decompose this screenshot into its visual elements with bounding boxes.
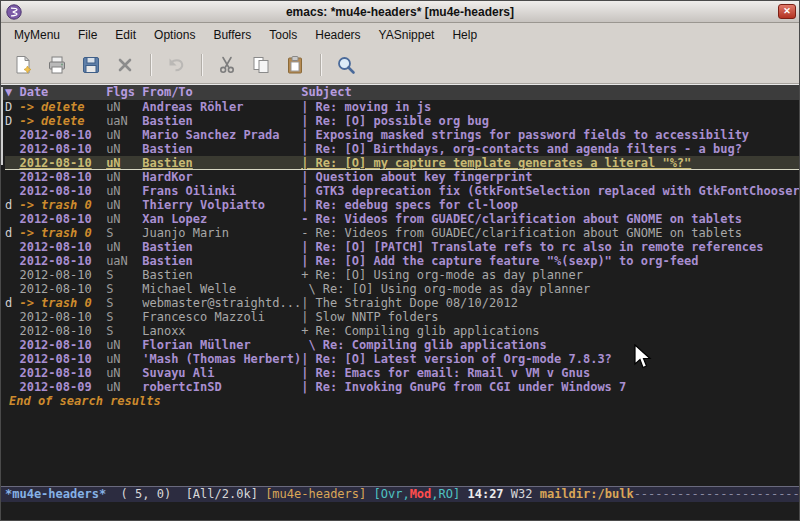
- row-date: -> delete: [19, 114, 106, 128]
- message-row[interactable]: 2012-08-10SFrancesco Mazzoli| Slow NNTP …: [5, 310, 799, 324]
- row-date: -> trash 0: [19, 226, 106, 240]
- save-button[interactable]: [77, 51, 105, 79]
- print-button[interactable]: [43, 51, 71, 79]
- mu4e-headers-buffer: ▼ Date Flgs From/To Subject D-> deleteuN…: [1, 84, 799, 486]
- undo-button[interactable]: [162, 51, 190, 79]
- row-date: -> trash 0: [19, 198, 106, 212]
- column-flags[interactable]: Flgs: [106, 85, 142, 100]
- message-row[interactable]: D-> deleteuNAndreas Röhler| Re: moving i…: [5, 100, 799, 114]
- row-date: 2012-08-10: [19, 352, 106, 366]
- mark-char: D: [5, 100, 19, 114]
- scrollbar-thumb[interactable]: [1, 87, 3, 165]
- menu-help[interactable]: Help: [443, 25, 486, 45]
- menu-mymenu[interactable]: MyMenu: [5, 25, 69, 45]
- row-date: 2012-08-10: [19, 310, 106, 324]
- close-buffer-button[interactable]: [111, 51, 139, 79]
- menu-tools[interactable]: Tools: [260, 25, 306, 45]
- copy-button[interactable]: [247, 51, 275, 79]
- row-subject: | Slow NNTP folders: [301, 310, 799, 324]
- modeline-filler: ----------------------------------------…: [634, 487, 799, 502]
- message-row[interactable]: 2012-08-10uNBastien| Re: [O] [PATCH] Tra…: [5, 240, 799, 254]
- menu-edit[interactable]: Edit: [106, 25, 145, 45]
- message-row[interactable]: 2012-08-10uNSuvayu Ali| Re: Emacs for em…: [5, 366, 799, 380]
- mark-char: [5, 380, 19, 394]
- column-subject[interactable]: Subject: [301, 85, 799, 100]
- mark-char: [5, 324, 19, 338]
- row-flags: uaN: [106, 114, 142, 128]
- menu-file[interactable]: File: [69, 25, 106, 45]
- close-button[interactable]: ✕: [778, 4, 796, 19]
- row-from: Andreas Röhler: [142, 100, 301, 114]
- row-subject: | Question about key fingerprint: [301, 170, 799, 184]
- message-row[interactable]: 2012-08-10uNFlorian Müllner \ Re: Compil…: [5, 338, 799, 352]
- message-row[interactable]: 2012-08-09uNrobertcInSD| Re: Invoking Gn…: [5, 380, 799, 394]
- row-flags: uN: [106, 352, 142, 366]
- mark-char: [5, 156, 19, 169]
- menu-buffers[interactable]: Buffers: [204, 25, 260, 45]
- message-row[interactable]: 2012-08-10uN'Mash (Thomas Herbert)| Re: …: [5, 352, 799, 366]
- row-flags: S: [106, 296, 142, 310]
- row-subject: | Re: [O] possible org bug: [301, 114, 799, 128]
- mark-char: [5, 268, 19, 282]
- row-subject: | Re: Emacs for email: Rmail v VM v Gnus: [301, 366, 799, 380]
- message-row[interactable]: 2012-08-10uNFrans Oilinki| GTK3 deprecat…: [5, 184, 799, 198]
- row-date: 2012-08-10: [19, 282, 106, 296]
- row-subject: | Re: [O] [PATCH] Translate refs to rc a…: [301, 240, 799, 254]
- message-row[interactable]: 2012-08-10SLanoxx+ Re: Compiling glib ap…: [5, 324, 799, 338]
- message-row[interactable]: 2012-08-10SMichael Welle \ Re: [O] Using…: [5, 282, 799, 296]
- cut-button[interactable]: [213, 51, 241, 79]
- row-from: Bastien: [142, 268, 301, 282]
- row-from: Bastien: [142, 254, 301, 268]
- message-list: D-> deleteuNAndreas Röhler| Re: moving i…: [1, 100, 799, 408]
- mark-char: [5, 282, 19, 296]
- menu-yasnippet[interactable]: YASnippet: [370, 25, 444, 45]
- menu-headers[interactable]: Headers: [306, 25, 369, 45]
- row-flags: S: [106, 324, 142, 338]
- message-row[interactable]: d-> trash 0SJuanjo Marin- Re: Videos fro…: [5, 226, 799, 240]
- row-flags: uN: [106, 212, 142, 226]
- modeline-major-mode: [mu4e-headers]: [265, 487, 366, 502]
- message-row[interactable]: 2012-08-10uNMario Sanchez Prada| Exposin…: [5, 128, 799, 142]
- row-from: webmaster@straightd...: [142, 296, 301, 310]
- message-row[interactable]: 2012-08-10SBastien+ Re: [O] Using org-mo…: [5, 268, 799, 282]
- scrollbar-track[interactable]: [1, 85, 4, 486]
- new-file-button[interactable]: [9, 51, 37, 79]
- row-from: Suvayu Ali: [142, 366, 301, 380]
- message-row[interactable]: 2012-08-10uNBastien| Re: [O] Birthdays, …: [5, 142, 799, 156]
- row-date: -> trash 0: [19, 296, 106, 310]
- echo-area[interactable]: [1, 502, 799, 520]
- row-date: 2012-08-10: [19, 240, 106, 254]
- search-button[interactable]: [332, 51, 360, 79]
- mark-char: [5, 366, 19, 380]
- menu-options[interactable]: Options: [145, 25, 204, 45]
- titlebar[interactable]: emacs: *mu4e-headers* [mu4e-headers] ✕: [1, 1, 799, 23]
- paste-button[interactable]: [281, 51, 309, 79]
- message-row-current[interactable]: 2012-08-10uNBastien| Re: [O] my capture …: [5, 156, 799, 170]
- message-row[interactable]: 2012-08-10uaNBastien| Re: [O] Add the ca…: [5, 254, 799, 268]
- save-icon: [81, 55, 101, 75]
- message-row[interactable]: D-> deleteuaNBastien| Re: [O] possible o…: [5, 114, 799, 128]
- row-flags: uN: [106, 198, 142, 212]
- row-from: Frans Oilinki: [142, 184, 301, 198]
- row-subject: - Re: Videos from GUADEC/clarification a…: [301, 226, 799, 240]
- row-date: 2012-08-10: [19, 212, 106, 226]
- mark-char: [5, 128, 19, 142]
- message-row[interactable]: 2012-08-10uNHardKor| Question about key …: [5, 170, 799, 184]
- message-row[interactable]: 2012-08-10uNXan Lopez- Re: Videos from G…: [5, 212, 799, 226]
- mark-char: d: [5, 226, 19, 240]
- row-flags: uN: [106, 170, 142, 184]
- paste-icon: [285, 55, 305, 75]
- close-icon: ✕: [783, 6, 791, 16]
- undo-icon: [166, 55, 186, 75]
- column-from[interactable]: From/To: [142, 85, 301, 100]
- row-flags: uN: [106, 240, 142, 254]
- mark-char: [5, 184, 19, 198]
- row-from: Juanjo Marin: [142, 226, 301, 240]
- row-date: 2012-08-10: [19, 366, 106, 380]
- search-icon: [336, 55, 356, 75]
- row-flags: uN: [106, 366, 142, 380]
- message-row[interactable]: d-> trash 0uNThierry Volpiatto| Re: edeb…: [5, 198, 799, 212]
- row-from: robertcInSD: [142, 380, 301, 394]
- column-date[interactable]: ▼ Date: [5, 85, 106, 100]
- message-row[interactable]: d-> trash 0Swebmaster@straightd...| The …: [5, 296, 799, 310]
